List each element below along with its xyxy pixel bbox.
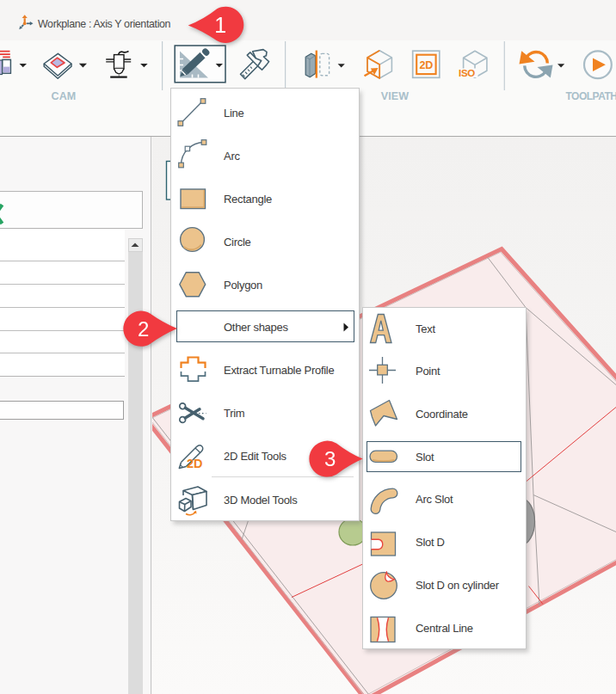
svg-text:3: 3 xyxy=(324,447,336,470)
svg-text:2D: 2D xyxy=(419,59,433,71)
svg-text:ISO: ISO xyxy=(459,68,475,78)
svg-text:2D: 2D xyxy=(187,457,203,470)
svg-text:1: 1 xyxy=(214,13,226,37)
svg-text:2: 2 xyxy=(138,317,149,341)
